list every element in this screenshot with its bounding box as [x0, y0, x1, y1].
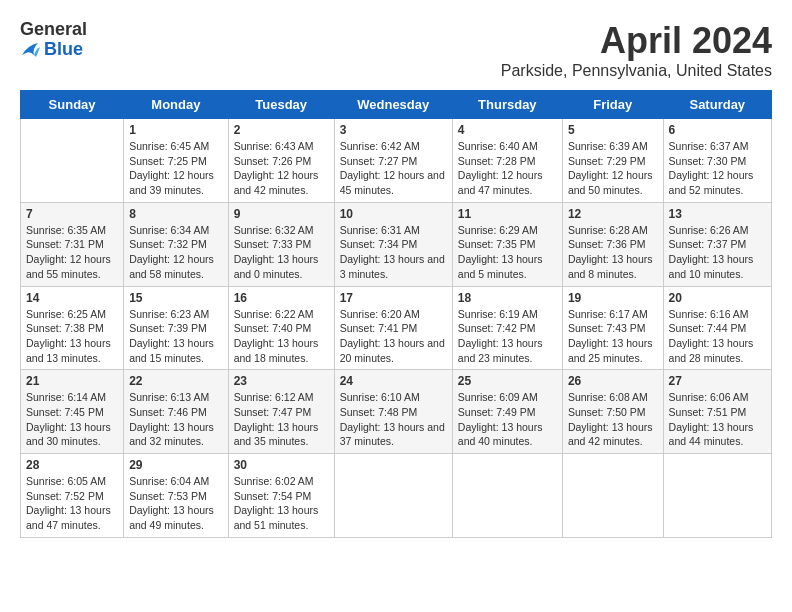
day-info: Sunrise: 6:39 AMSunset: 7:29 PMDaylight:…	[568, 139, 658, 198]
header: General Blue April 2024 Parkside, Pennsy…	[20, 20, 772, 80]
day-number: 20	[669, 291, 766, 305]
calendar-cell: 1Sunrise: 6:45 AMSunset: 7:25 PMDaylight…	[124, 119, 228, 203]
calendar-cell	[452, 454, 562, 538]
calendar-week-2: 7Sunrise: 6:35 AMSunset: 7:31 PMDaylight…	[21, 202, 772, 286]
day-info: Sunrise: 6:05 AMSunset: 7:52 PMDaylight:…	[26, 474, 118, 533]
day-number: 1	[129, 123, 222, 137]
calendar-week-3: 14Sunrise: 6:25 AMSunset: 7:38 PMDayligh…	[21, 286, 772, 370]
bird-icon	[20, 41, 42, 59]
calendar-cell: 13Sunrise: 6:26 AMSunset: 7:37 PMDayligh…	[663, 202, 771, 286]
header-cell-monday: Monday	[124, 91, 228, 119]
header-cell-tuesday: Tuesday	[228, 91, 334, 119]
day-info: Sunrise: 6:19 AMSunset: 7:42 PMDaylight:…	[458, 307, 557, 366]
day-info: Sunrise: 6:35 AMSunset: 7:31 PMDaylight:…	[26, 223, 118, 282]
day-info: Sunrise: 6:04 AMSunset: 7:53 PMDaylight:…	[129, 474, 222, 533]
calendar-cell: 10Sunrise: 6:31 AMSunset: 7:34 PMDayligh…	[334, 202, 452, 286]
header-row: SundayMondayTuesdayWednesdayThursdayFrid…	[21, 91, 772, 119]
day-number: 7	[26, 207, 118, 221]
calendar-cell: 20Sunrise: 6:16 AMSunset: 7:44 PMDayligh…	[663, 286, 771, 370]
calendar-cell: 16Sunrise: 6:22 AMSunset: 7:40 PMDayligh…	[228, 286, 334, 370]
day-number: 23	[234, 374, 329, 388]
day-info: Sunrise: 6:26 AMSunset: 7:37 PMDaylight:…	[669, 223, 766, 282]
day-info: Sunrise: 6:16 AMSunset: 7:44 PMDaylight:…	[669, 307, 766, 366]
day-info: Sunrise: 6:40 AMSunset: 7:28 PMDaylight:…	[458, 139, 557, 198]
day-info: Sunrise: 6:42 AMSunset: 7:27 PMDaylight:…	[340, 139, 447, 198]
day-number: 13	[669, 207, 766, 221]
day-info: Sunrise: 6:14 AMSunset: 7:45 PMDaylight:…	[26, 390, 118, 449]
calendar-cell: 14Sunrise: 6:25 AMSunset: 7:38 PMDayligh…	[21, 286, 124, 370]
day-info: Sunrise: 6:02 AMSunset: 7:54 PMDaylight:…	[234, 474, 329, 533]
day-number: 19	[568, 291, 658, 305]
day-info: Sunrise: 6:31 AMSunset: 7:34 PMDaylight:…	[340, 223, 447, 282]
logo-general-text: General	[20, 20, 87, 40]
logo-blue-text: Blue	[20, 40, 87, 60]
calendar-week-1: 1Sunrise: 6:45 AMSunset: 7:25 PMDaylight…	[21, 119, 772, 203]
day-info: Sunrise: 6:22 AMSunset: 7:40 PMDaylight:…	[234, 307, 329, 366]
calendar-cell: 17Sunrise: 6:20 AMSunset: 7:41 PMDayligh…	[334, 286, 452, 370]
header-cell-thursday: Thursday	[452, 91, 562, 119]
day-info: Sunrise: 6:06 AMSunset: 7:51 PMDaylight:…	[669, 390, 766, 449]
day-info: Sunrise: 6:20 AMSunset: 7:41 PMDaylight:…	[340, 307, 447, 366]
calendar-cell	[21, 119, 124, 203]
day-number: 30	[234, 458, 329, 472]
day-info: Sunrise: 6:12 AMSunset: 7:47 PMDaylight:…	[234, 390, 329, 449]
calendar-week-5: 28Sunrise: 6:05 AMSunset: 7:52 PMDayligh…	[21, 454, 772, 538]
calendar-cell: 25Sunrise: 6:09 AMSunset: 7:49 PMDayligh…	[452, 370, 562, 454]
calendar-cell: 29Sunrise: 6:04 AMSunset: 7:53 PMDayligh…	[124, 454, 228, 538]
calendar-cell	[562, 454, 663, 538]
calendar-cell: 7Sunrise: 6:35 AMSunset: 7:31 PMDaylight…	[21, 202, 124, 286]
calendar-cell	[334, 454, 452, 538]
day-number: 8	[129, 207, 222, 221]
day-number: 14	[26, 291, 118, 305]
calendar-cell	[663, 454, 771, 538]
header-cell-wednesday: Wednesday	[334, 91, 452, 119]
day-number: 29	[129, 458, 222, 472]
calendar-cell: 21Sunrise: 6:14 AMSunset: 7:45 PMDayligh…	[21, 370, 124, 454]
calendar-table: SundayMondayTuesdayWednesdayThursdayFrid…	[20, 90, 772, 538]
calendar-cell: 28Sunrise: 6:05 AMSunset: 7:52 PMDayligh…	[21, 454, 124, 538]
day-number: 5	[568, 123, 658, 137]
day-info: Sunrise: 6:43 AMSunset: 7:26 PMDaylight:…	[234, 139, 329, 198]
day-number: 25	[458, 374, 557, 388]
calendar-cell: 12Sunrise: 6:28 AMSunset: 7:36 PMDayligh…	[562, 202, 663, 286]
day-number: 17	[340, 291, 447, 305]
calendar-cell: 5Sunrise: 6:39 AMSunset: 7:29 PMDaylight…	[562, 119, 663, 203]
day-number: 11	[458, 207, 557, 221]
day-number: 22	[129, 374, 222, 388]
day-info: Sunrise: 6:25 AMSunset: 7:38 PMDaylight:…	[26, 307, 118, 366]
day-info: Sunrise: 6:32 AMSunset: 7:33 PMDaylight:…	[234, 223, 329, 282]
header-cell-sunday: Sunday	[21, 91, 124, 119]
calendar-cell: 27Sunrise: 6:06 AMSunset: 7:51 PMDayligh…	[663, 370, 771, 454]
day-number: 2	[234, 123, 329, 137]
header-cell-friday: Friday	[562, 91, 663, 119]
day-number: 3	[340, 123, 447, 137]
calendar-cell: 3Sunrise: 6:42 AMSunset: 7:27 PMDaylight…	[334, 119, 452, 203]
day-number: 4	[458, 123, 557, 137]
calendar-week-4: 21Sunrise: 6:14 AMSunset: 7:45 PMDayligh…	[21, 370, 772, 454]
day-number: 18	[458, 291, 557, 305]
calendar-cell: 19Sunrise: 6:17 AMSunset: 7:43 PMDayligh…	[562, 286, 663, 370]
day-info: Sunrise: 6:10 AMSunset: 7:48 PMDaylight:…	[340, 390, 447, 449]
day-info: Sunrise: 6:23 AMSunset: 7:39 PMDaylight:…	[129, 307, 222, 366]
calendar-cell: 2Sunrise: 6:43 AMSunset: 7:26 PMDaylight…	[228, 119, 334, 203]
day-info: Sunrise: 6:45 AMSunset: 7:25 PMDaylight:…	[129, 139, 222, 198]
calendar-cell: 18Sunrise: 6:19 AMSunset: 7:42 PMDayligh…	[452, 286, 562, 370]
day-info: Sunrise: 6:37 AMSunset: 7:30 PMDaylight:…	[669, 139, 766, 198]
title-area: April 2024 Parkside, Pennsylvania, Unite…	[501, 20, 772, 80]
day-number: 16	[234, 291, 329, 305]
day-info: Sunrise: 6:08 AMSunset: 7:50 PMDaylight:…	[568, 390, 658, 449]
calendar-cell: 8Sunrise: 6:34 AMSunset: 7:32 PMDaylight…	[124, 202, 228, 286]
calendar-cell: 9Sunrise: 6:32 AMSunset: 7:33 PMDaylight…	[228, 202, 334, 286]
calendar-cell: 22Sunrise: 6:13 AMSunset: 7:46 PMDayligh…	[124, 370, 228, 454]
calendar-cell: 6Sunrise: 6:37 AMSunset: 7:30 PMDaylight…	[663, 119, 771, 203]
day-number: 21	[26, 374, 118, 388]
day-number: 27	[669, 374, 766, 388]
calendar-cell: 15Sunrise: 6:23 AMSunset: 7:39 PMDayligh…	[124, 286, 228, 370]
day-number: 26	[568, 374, 658, 388]
day-info: Sunrise: 6:13 AMSunset: 7:46 PMDaylight:…	[129, 390, 222, 449]
page-subtitle: Parkside, Pennsylvania, United States	[501, 62, 772, 80]
day-info: Sunrise: 6:09 AMSunset: 7:49 PMDaylight:…	[458, 390, 557, 449]
day-number: 15	[129, 291, 222, 305]
calendar-cell: 26Sunrise: 6:08 AMSunset: 7:50 PMDayligh…	[562, 370, 663, 454]
calendar-cell: 24Sunrise: 6:10 AMSunset: 7:48 PMDayligh…	[334, 370, 452, 454]
